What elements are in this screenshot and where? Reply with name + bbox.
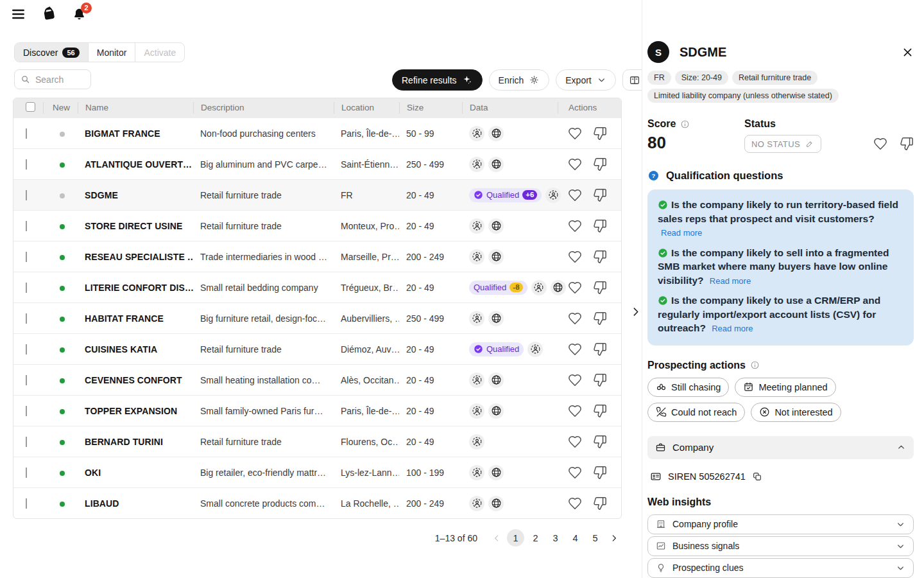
favorite-button[interactable] <box>568 250 582 264</box>
favorite-button[interactable] <box>568 127 582 141</box>
pagination-page-3[interactable]: 3 <box>547 529 564 547</box>
dislike-button[interactable] <box>593 188 607 202</box>
dislike-button[interactable] <box>593 404 607 418</box>
column-header-data[interactable]: Data <box>462 102 558 114</box>
favorite-button[interactable] <box>568 311 582 326</box>
table-row[interactable]: HABITAT FRANCEBig furniture retail, desi… <box>13 302 621 333</box>
read-more-link[interactable]: Read more <box>661 228 702 238</box>
favorite-button[interactable] <box>568 342 582 356</box>
panel-collapse-button[interactable] <box>629 304 642 319</box>
pagination-prev-button[interactable] <box>489 530 504 546</box>
company-data-cell <box>462 249 558 265</box>
row-checkbox[interactable] <box>26 344 27 355</box>
favorite-button[interactable] <box>568 496 582 511</box>
column-header-location[interactable]: Location <box>334 102 399 114</box>
close-panel-button[interactable] <box>902 46 914 58</box>
favorite-button[interactable] <box>568 219 582 233</box>
row-checkbox[interactable] <box>26 313 27 324</box>
dislike-button[interactable] <box>593 373 607 387</box>
row-checkbox[interactable] <box>26 498 27 509</box>
notifications-button[interactable]: 2 <box>72 6 87 22</box>
insight-company-profile[interactable]: Company profile <box>647 514 914 534</box>
favorite-button[interactable] <box>568 188 582 202</box>
tab-activate[interactable]: Activate <box>135 43 184 62</box>
action-could-not-reach[interactable]: Could not reach <box>647 403 745 422</box>
column-header-name[interactable]: Name <box>78 102 193 114</box>
status-pill-button[interactable]: NO STATUS <box>744 135 821 153</box>
favorite-button[interactable] <box>568 157 582 171</box>
read-more-link[interactable]: Read more <box>712 324 753 333</box>
row-checkbox[interactable] <box>26 375 27 385</box>
favorite-button[interactable] <box>873 137 887 151</box>
table-row[interactable]: ATLANTIQUE OUVERT…Big aluminum and PVC c… <box>13 148 621 179</box>
enrich-button[interactable]: Enrich <box>489 69 550 91</box>
table-row[interactable]: CUISINES KATIARetail furniture tradeDiém… <box>13 333 621 364</box>
refine-results-button[interactable]: Refine results <box>392 69 483 91</box>
card-box-button[interactable] <box>40 5 58 23</box>
dislike-button[interactable] <box>593 250 607 264</box>
company-tag: Size: 20-49 <box>675 71 728 85</box>
dislike-button[interactable] <box>593 127 607 141</box>
action-not-interested[interactable]: Not interested <box>751 403 841 422</box>
table-row[interactable]: CEVENNES CONFORTSmall heating installati… <box>13 364 621 395</box>
table-row[interactable]: LITERIE CONFORT DIS…Small retail bedding… <box>13 272 621 302</box>
heart-icon <box>568 127 582 141</box>
tab-monitor[interactable]: Monitor <box>88 43 135 62</box>
row-checkbox[interactable] <box>26 437 27 447</box>
table-row[interactable]: TOPPER EXPANSIONSmall family-owned Paris… <box>13 395 621 426</box>
column-header-description[interactable]: Description <box>193 102 334 114</box>
copy-siren-button[interactable] <box>752 471 762 482</box>
dislike-button[interactable] <box>593 157 607 171</box>
hamburger-menu-button[interactable] <box>10 7 26 21</box>
row-checkbox[interactable] <box>26 406 27 416</box>
id-card-icon <box>650 471 662 482</box>
favorite-button[interactable] <box>568 466 582 480</box>
table-row[interactable]: SDGMERetail furniture tradeFR20 - 49Qual… <box>13 179 621 210</box>
action-meeting-planned[interactable]: Meeting planned <box>735 378 835 397</box>
table-row[interactable]: BIGMAT FRANCENon-food purchasing centers… <box>13 118 621 148</box>
select-all-checkbox[interactable] <box>26 102 35 112</box>
pagination-page-2[interactable]: 2 <box>527 529 544 547</box>
dislike-button[interactable] <box>593 281 607 295</box>
dislike-button[interactable] <box>593 342 607 356</box>
column-header-size[interactable]: Size <box>399 102 462 114</box>
read-more-link[interactable]: Read more <box>710 276 751 286</box>
table-row[interactable]: STORE DIRECT USINERetail furniture trade… <box>13 210 621 241</box>
favorite-button[interactable] <box>568 404 582 418</box>
favorite-button[interactable] <box>568 373 582 387</box>
export-button[interactable]: Export <box>556 69 615 91</box>
table-row[interactable]: OKIBig retailer, eco-friendly mattr…Lys-… <box>13 457 621 487</box>
table-row[interactable]: LIBAUDSmall concrete products com…La Roc… <box>13 487 621 518</box>
company-section-header[interactable]: Company <box>647 436 914 459</box>
tab-discover[interactable]: Discover 56 <box>15 43 88 62</box>
dislike-button[interactable] <box>593 435 607 449</box>
pagination-next-button[interactable] <box>606 530 622 546</box>
dislike-button[interactable] <box>900 137 914 151</box>
row-checkbox[interactable] <box>26 252 27 262</box>
panel-header: S SDGME <box>647 41 914 63</box>
table-row[interactable]: BERNARD TURINIRetail furniture tradeFlou… <box>13 426 621 457</box>
dislike-button[interactable] <box>593 311 607 326</box>
column-header-actions[interactable]: Actions <box>558 102 622 114</box>
favorite-button[interactable] <box>568 435 582 449</box>
action-still-chasing[interactable]: Still chasing <box>647 378 729 397</box>
search-input[interactable] <box>34 74 85 85</box>
pagination-page-5[interactable]: 5 <box>586 529 604 547</box>
pagination-page-4[interactable]: 4 <box>567 529 584 547</box>
favorite-button[interactable] <box>568 281 582 295</box>
insight-prospecting-clues[interactable]: Prospecting clues <box>647 558 914 578</box>
column-header-new[interactable]: New <box>43 102 78 114</box>
dislike-button[interactable] <box>593 466 607 480</box>
dislike-button[interactable] <box>593 219 607 233</box>
insight-business-signals[interactable]: Business signals <box>647 536 914 556</box>
row-checkbox[interactable] <box>26 159 27 170</box>
row-checkbox[interactable] <box>26 190 27 200</box>
table-row[interactable]: RESEAU SPECIALISTE …Trade intermediaries… <box>13 241 621 272</box>
row-checkbox[interactable] <box>26 283 27 293</box>
row-checkbox[interactable] <box>26 221 27 231</box>
dislike-button[interactable] <box>593 496 607 511</box>
qualified-badge: Qualified <box>469 342 524 356</box>
pagination-page-1[interactable]: 1 <box>507 529 524 547</box>
row-checkbox[interactable] <box>26 128 27 139</box>
row-checkbox[interactable] <box>26 468 27 478</box>
